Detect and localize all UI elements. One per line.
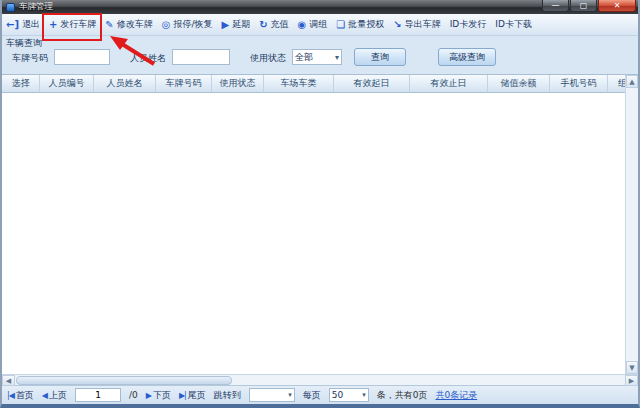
page-number-input[interactable] xyxy=(75,388,121,402)
jump-to-dropdown[interactable]: ▾ xyxy=(249,388,295,402)
scroll-down-icon[interactable]: ▼ xyxy=(626,361,638,374)
query-button[interactable]: 查询 xyxy=(354,48,406,66)
next-page-icon: ▶ xyxy=(146,391,151,400)
scroll-left-icon[interactable]: ◀ xyxy=(2,375,15,386)
title-bar: 车牌管理 — ▢ ✕ xyxy=(2,0,638,14)
vertical-scrollbar[interactable]: ▲ ▼ xyxy=(625,75,638,374)
column-header-valid-from[interactable]: 有效起日 xyxy=(334,75,410,93)
toolbar-modify-plate[interactable]: ✎ 修改车牌 xyxy=(105,18,152,31)
jump-to-label: 跳转到 xyxy=(214,389,241,402)
window-title: 车牌管理 xyxy=(19,1,53,13)
group-icon: ◉ xyxy=(298,20,307,30)
column-header-person-id[interactable]: 人员编号 xyxy=(40,75,94,93)
chevron-down-icon: ▾ xyxy=(335,53,339,62)
per-page-dropdown[interactable]: 50 ▾ xyxy=(329,388,369,402)
plate-number-input[interactable] xyxy=(54,49,110,65)
app-icon xyxy=(6,3,15,12)
toolbar-suspend-restore[interactable]: ◎ 报停/恢复 xyxy=(162,18,213,31)
column-header-usage-status[interactable]: 使用状态 xyxy=(212,75,264,93)
prev-page-button[interactable]: ◀ 上页 xyxy=(42,389,67,402)
edit-icon: ✎ xyxy=(105,20,113,30)
advanced-query-button[interactable]: 高级查询 xyxy=(438,48,496,66)
export-icon: ↘ xyxy=(393,20,401,30)
results-table: 选择 人员编号 人员姓名 车牌号码 使用状态 车场车类 有效起日 有效止日 储值… xyxy=(2,74,638,374)
toolbar: ←] 退出 + 发行车牌 ✎ 修改车牌 ◎ 报停/恢复 ▶ 延期 ↻ 充值 ◉ … xyxy=(2,14,638,36)
column-header-person-name[interactable]: 人员姓名 xyxy=(94,75,156,93)
next-page-button[interactable]: ▶ 下页 xyxy=(146,389,171,402)
usage-status-dropdown[interactable]: 全部 ▾ xyxy=(292,49,342,65)
horizontal-scrollbar[interactable]: ◀ ▶ xyxy=(2,374,638,385)
column-header-plate-number[interactable]: 车牌号码 xyxy=(156,75,212,93)
first-page-icon: |◀ xyxy=(7,391,14,400)
toolbar-recharge[interactable]: ↻ 充值 xyxy=(259,18,288,31)
prev-page-icon: ◀ xyxy=(42,391,47,400)
person-name-input[interactable] xyxy=(172,49,230,65)
person-name-label: 人员姓名 xyxy=(130,52,166,65)
last-page-icon: ▶| xyxy=(179,391,186,400)
plus-icon: + xyxy=(49,20,57,30)
last-page-button[interactable]: ▶| 尾页 xyxy=(179,389,206,402)
toolbar-export-plates[interactable]: ↘ 导出车牌 xyxy=(393,18,440,31)
total-records-link[interactable]: 共0条记录 xyxy=(436,389,478,402)
table-body xyxy=(2,93,625,374)
toolbar-issue-plate[interactable]: + 发行车牌 xyxy=(49,18,96,31)
close-button[interactable]: ✕ xyxy=(598,0,636,12)
exit-icon: ←] xyxy=(6,20,19,30)
toolbar-adjust-group[interactable]: ◉ 调组 xyxy=(298,18,328,31)
total-pages-label: 条，共有0页 xyxy=(377,389,428,402)
plate-management-window: 车牌管理 — ▢ ✕ ←] 退出 + 发行车牌 ✎ 修改车牌 ◎ 报停/恢复 ▶… xyxy=(0,0,640,408)
extend-icon: ▶ xyxy=(222,20,230,30)
column-header-mobile-number[interactable]: 手机号码 xyxy=(550,75,608,93)
chevron-down-icon: ▾ xyxy=(288,391,292,399)
plate-number-label: 车牌号码 xyxy=(12,52,48,65)
usage-status-value: 全部 xyxy=(295,51,313,64)
toolbar-batch-authorize[interactable]: ❏ 批量授权 xyxy=(336,18,384,31)
query-group-label: 车辆查询 xyxy=(6,37,42,50)
minimize-button[interactable]: — xyxy=(542,0,569,12)
table-header-row: 选择 人员编号 人员姓名 车牌号码 使用状态 车场车类 有效起日 有效止日 储值… xyxy=(2,75,638,93)
column-header-stored-balance[interactable]: 储值余额 xyxy=(488,75,550,93)
suspend-icon: ◎ xyxy=(162,20,171,30)
first-page-button[interactable]: |◀ 首页 xyxy=(7,389,34,402)
horizontal-scrollbar-thumb[interactable] xyxy=(16,376,232,385)
vehicle-query-section: 车辆查询 车牌号码 人员姓名 使用状态 全部 ▾ 查询 高级查询 xyxy=(2,36,638,74)
toolbar-id-card-issue[interactable]: ID卡发行 xyxy=(450,18,487,31)
per-page-value: 50 xyxy=(332,390,343,400)
document-icon: ❏ xyxy=(336,20,345,30)
pagination-bar: |◀ 首页 ◀ 上页 /0 ▶ 下页 ▶| 尾页 跳转到 ▾ 每页 50 ▾ 条… xyxy=(2,385,638,404)
scroll-right-icon[interactable]: ▶ xyxy=(625,375,638,386)
per-page-label: 每页 xyxy=(303,389,321,402)
window-controls: — ▢ ✕ xyxy=(541,0,636,12)
chevron-down-icon: ▾ xyxy=(362,391,366,399)
column-header-valid-to[interactable]: 有效止日 xyxy=(410,75,488,93)
recharge-icon: ↻ xyxy=(259,20,267,30)
scroll-up-icon[interactable]: ▲ xyxy=(626,75,638,88)
column-header-lot-vehicle-class[interactable]: 车场车类 xyxy=(264,75,334,93)
maximize-button[interactable]: ▢ xyxy=(570,0,597,12)
toolbar-extend[interactable]: ▶ 延期 xyxy=(222,18,251,31)
page-total-label: /0 xyxy=(129,390,138,400)
toolbar-id-card-download[interactable]: ID卡下载 xyxy=(495,18,532,31)
toolbar-exit[interactable]: ←] 退出 xyxy=(6,18,40,31)
column-header-select[interactable]: 选择 xyxy=(2,75,40,93)
usage-status-label: 使用状态 xyxy=(250,52,286,65)
